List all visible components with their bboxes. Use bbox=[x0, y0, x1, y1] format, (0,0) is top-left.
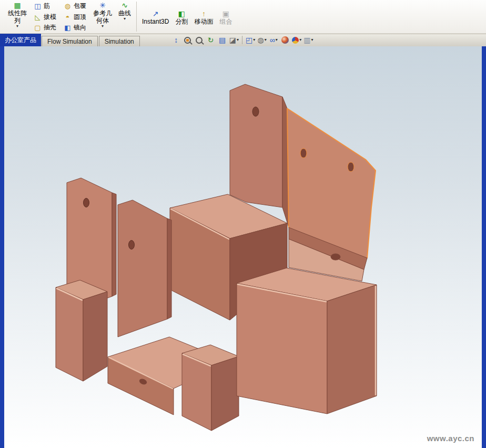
draft-label: 拔模 bbox=[44, 13, 56, 22]
part-hole-selected bbox=[300, 148, 307, 158]
combine-label: 组合 bbox=[219, 18, 232, 25]
part-notch bbox=[331, 254, 340, 260]
mirror-icon: ◧ bbox=[64, 24, 72, 32]
left-window-border bbox=[0, 46, 4, 448]
watermark-text: www.ayc.cn bbox=[427, 434, 474, 443]
part-hole bbox=[129, 241, 135, 250]
toolbar-stack-1: ◫ 筋 ◺ 拔模 ▢ 抽壳 bbox=[31, 0, 59, 33]
chevron-down-icon: ▾ bbox=[102, 24, 104, 28]
section-view-icon: ◪ bbox=[229, 36, 236, 44]
curves-icon: ∿ bbox=[122, 1, 128, 9]
rotate-view-icon: ↻ bbox=[208, 36, 214, 44]
reference-geometry-button[interactable]: ✳ 参考几 何体 ▾ bbox=[90, 0, 115, 33]
realview-sphere-icon bbox=[281, 36, 289, 44]
part-left-plate-rear-face[interactable] bbox=[118, 200, 167, 337]
tab-flow-simulation-label: Flow Simulation bbox=[47, 38, 92, 45]
zoom-fit-icon: ↕ bbox=[174, 36, 178, 44]
curves-label: 曲线 bbox=[118, 9, 131, 17]
view-orientation-cube-icon: ◰ bbox=[246, 36, 252, 44]
tab-flow-simulation[interactable]: Flow Simulation bbox=[42, 36, 98, 46]
dome-button[interactable]: ◓ 圆顶 bbox=[60, 12, 89, 23]
move-face-icon: ↑ bbox=[202, 9, 206, 18]
part-front-box-side-face[interactable] bbox=[211, 356, 239, 431]
split-label: 分割 bbox=[175, 18, 188, 25]
apply-scene-button[interactable]: ▥ ▾ bbox=[303, 35, 313, 45]
wrap-icon: ◍ bbox=[64, 2, 72, 10]
split-icon: ◧ bbox=[178, 9, 185, 18]
zoom-in-out-button[interactable] bbox=[194, 35, 205, 45]
zoom-fit-button[interactable]: ↕ bbox=[171, 35, 181, 45]
edit-appearance-button[interactable]: ▾ bbox=[291, 35, 302, 45]
section-view-button[interactable]: ◪ ▾ bbox=[229, 35, 239, 45]
reference-geometry-label-1: 参考几 bbox=[93, 9, 112, 17]
mirror-button[interactable]: ◧ 镜向 bbox=[60, 22, 89, 33]
part-back-wall-face[interactable] bbox=[230, 84, 282, 207]
rib-label: 筋 bbox=[44, 2, 50, 11]
zoom-area-icon bbox=[184, 37, 191, 44]
rib-button[interactable]: ◫ 筋 bbox=[31, 1, 59, 12]
split-button[interactable]: ◧ 分割 bbox=[173, 0, 190, 33]
tab-simulation-label: Simulation bbox=[105, 38, 134, 45]
hide-show-items-button[interactable]: ∞ ▾ bbox=[268, 35, 279, 45]
heads-up-view-toolbar: ↕ ↻ ▤ ◪ ▾ ◰ ▾ ◍ ▾ ∞ ▾ bbox=[171, 34, 314, 46]
chevron-down-icon: ▾ bbox=[237, 38, 239, 42]
graphics-viewport[interactable]: www.ayc.cn bbox=[4, 46, 482, 448]
tab-office-products-label: 办公室产品 bbox=[5, 36, 36, 45]
zoom-area-button[interactable] bbox=[183, 35, 193, 45]
shell-label: 抽壳 bbox=[44, 23, 56, 32]
display-style-button[interactable]: ◍ ▾ bbox=[257, 35, 267, 45]
tab-simulation[interactable]: Simulation bbox=[99, 36, 140, 46]
combine-icon: ▣ bbox=[222, 9, 229, 18]
part-left-box-front-face[interactable] bbox=[56, 287, 83, 381]
instant3d-icon: ↗ bbox=[153, 9, 159, 18]
part-hole-selected bbox=[348, 162, 354, 172]
sheet-metal-part-model[interactable] bbox=[4, 46, 482, 448]
realview-button[interactable] bbox=[280, 35, 290, 45]
right-window-border bbox=[482, 46, 486, 448]
reference-geometry-icon: ✳ bbox=[99, 1, 106, 9]
linear-pattern-label-1: 线性阵 bbox=[8, 9, 27, 17]
previous-view-icon: ▤ bbox=[219, 36, 226, 44]
dome-icon: ◓ bbox=[64, 13, 72, 21]
part-left-plate-front-edge[interactable] bbox=[112, 193, 116, 296]
wrap-button[interactable]: ◍ 包覆 bbox=[60, 1, 89, 12]
part-left-plate-rear-edge[interactable] bbox=[167, 218, 171, 319]
previous-view-button[interactable]: ▤ bbox=[217, 35, 228, 45]
rotate-view-button[interactable]: ↻ bbox=[206, 35, 216, 45]
linear-pattern-button[interactable]: ▦ 线性阵 列 ▾ bbox=[5, 0, 29, 33]
view-orientation-button[interactable]: ◰ ▾ bbox=[245, 35, 256, 45]
rib-icon: ◫ bbox=[34, 2, 42, 10]
instant3d-label: Instant3D bbox=[142, 18, 169, 25]
part-right-box-front-face[interactable] bbox=[237, 283, 327, 414]
chevron-down-icon: ▾ bbox=[311, 38, 313, 42]
linear-pattern-icon: ▦ bbox=[14, 1, 21, 9]
appearances-ball-icon bbox=[292, 37, 299, 44]
dome-label: 圆顶 bbox=[74, 13, 86, 22]
chevron-down-icon: ▾ bbox=[16, 24, 18, 28]
chevron-down-icon: ▾ bbox=[276, 38, 278, 42]
toolbar-stack-2: ◍ 包覆 ◓ 圆顶 ◧ 镜向 bbox=[60, 0, 89, 33]
part-right-box-side-face[interactable] bbox=[327, 285, 377, 414]
instant3d-button[interactable]: ↗ Instant3D bbox=[139, 0, 171, 33]
shell-button[interactable]: ▢ 抽壳 bbox=[31, 22, 59, 33]
part-left-box-side-face[interactable] bbox=[83, 292, 107, 381]
display-style-icon: ◍ bbox=[258, 36, 264, 44]
move-face-label: 移动面 bbox=[194, 18, 213, 25]
glasses-icon: ∞ bbox=[270, 36, 275, 44]
linear-pattern-label-2: 列 bbox=[14, 17, 21, 24]
tab-office-products[interactable]: 办公室产品 bbox=[0, 34, 41, 46]
view-toolbar-separator bbox=[242, 36, 242, 44]
part-hole bbox=[84, 198, 89, 207]
move-face-button[interactable]: ↑ 移动面 bbox=[191, 0, 216, 33]
draft-icon: ◺ bbox=[34, 13, 42, 21]
features-toolbar: ▦ 线性阵 列 ▾ ◫ 筋 ◺ 拔模 ▢ 抽壳 ◍ 包覆 ◓ 圆顶 ◧ 镜向 bbox=[0, 0, 486, 34]
curves-button[interactable]: ∿ 曲线 ▾ bbox=[116, 0, 134, 33]
part-hole bbox=[252, 107, 259, 116]
zoom-in-out-icon bbox=[196, 37, 202, 44]
draft-button[interactable]: ◺ 拔模 bbox=[31, 12, 59, 23]
chevron-down-icon: ▾ bbox=[253, 38, 255, 42]
chevron-down-icon: ▾ bbox=[124, 17, 126, 21]
toolbar-separator bbox=[136, 2, 137, 32]
combine-button: ▣ 组合 bbox=[217, 0, 235, 33]
chevron-down-icon: ▾ bbox=[299, 38, 301, 42]
